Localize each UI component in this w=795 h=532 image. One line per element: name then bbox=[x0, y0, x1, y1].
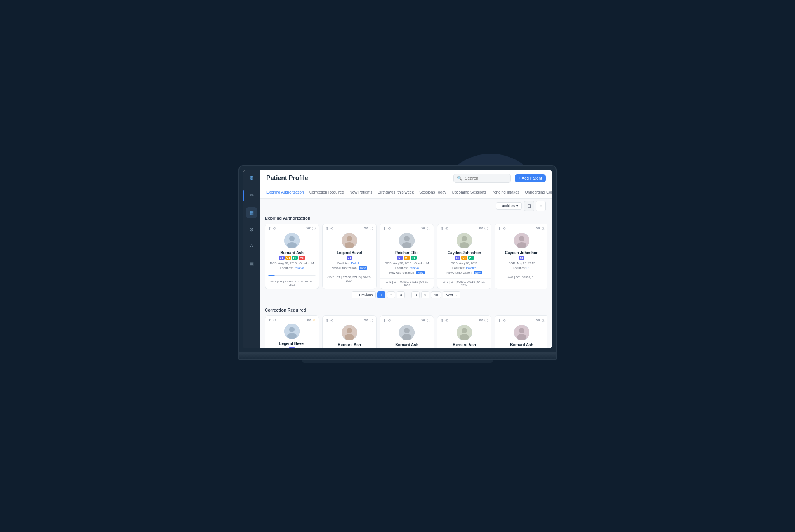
card-avatar bbox=[265, 322, 319, 341]
page-8-button[interactable]: 8 bbox=[411, 291, 420, 298]
info-icon[interactable]: ⓘ bbox=[484, 226, 488, 231]
tag-ot: OT bbox=[400, 348, 406, 348]
card-actions: ⬆ ⟲ ☎ ⓘ bbox=[437, 224, 491, 231]
page-3-button[interactable]: 3 bbox=[397, 291, 405, 298]
add-patient-button[interactable]: + Add Patient bbox=[515, 174, 546, 182]
svg-point-10 bbox=[462, 236, 467, 241]
share-icon[interactable]: ⬆ bbox=[268, 318, 271, 322]
phone-icon[interactable]: ☎ bbox=[307, 318, 311, 322]
page-2-button[interactable]: 2 bbox=[387, 291, 395, 298]
share-icon[interactable]: ⬆ bbox=[268, 227, 271, 230]
search-input[interactable] bbox=[465, 176, 507, 180]
tab-upcoming-sessions[interactable]: Upcoming Sessions bbox=[452, 187, 486, 198]
sidebar-icon-dollar[interactable]: $ bbox=[246, 224, 257, 235]
tag-row: ST OT PT MH bbox=[268, 256, 316, 260]
search-box[interactable]: 🔍 bbox=[453, 174, 511, 183]
link-icon[interactable]: ⟲ bbox=[273, 227, 276, 230]
card-body: Reicher Ellis ST OT PT DOB: Aug 28, 2019… bbox=[380, 250, 434, 278]
app-logo: ⊕ bbox=[249, 175, 254, 181]
share-icon[interactable]: ⬆ bbox=[326, 227, 329, 230]
card-avatar bbox=[437, 231, 491, 250]
phone-icon[interactable]: ☎ bbox=[536, 226, 540, 231]
share-icon[interactable]: ⬆ bbox=[383, 319, 386, 322]
card-info: DOB: Aug 28, 2019 Facilities: P... bbox=[498, 261, 545, 270]
link-icon[interactable]: ⟲ bbox=[388, 227, 391, 230]
link-icon[interactable]: ⟲ bbox=[330, 319, 333, 322]
phone-icon[interactable]: ☎ bbox=[364, 318, 368, 323]
prev-page-button[interactable]: ← Previous bbox=[352, 291, 376, 298]
card-info: Facilities: Palatka New Authorization Ne… bbox=[326, 261, 373, 270]
link-icon[interactable]: ⟲ bbox=[273, 318, 276, 322]
share-icon[interactable]: ⬆ bbox=[498, 319, 501, 322]
info-icon[interactable]: ⓘ bbox=[427, 226, 430, 231]
facilities-filter-button[interactable]: Facilities ▾ bbox=[496, 202, 522, 210]
grid-view-button[interactable]: ⊞ bbox=[524, 201, 534, 211]
tab-expiring-authorization[interactable]: Expiring Authorization bbox=[266, 187, 304, 198]
share-icon[interactable]: ⬆ bbox=[326, 319, 329, 322]
phone-icon[interactable]: ☎ bbox=[421, 226, 425, 231]
phone-icon[interactable]: ☎ bbox=[479, 318, 483, 323]
card-actions: ⬆ ⟲ ☎ ⓘ bbox=[323, 224, 376, 231]
laptop-frame: ⊕ ✏ ▦ $ ⚇ ▤ Patient Profile bbox=[238, 165, 557, 363]
info-icon[interactable]: ⓘ bbox=[427, 318, 430, 323]
phone-icon[interactable]: ☎ bbox=[479, 226, 483, 231]
svg-point-26 bbox=[460, 334, 469, 340]
svg-point-8 bbox=[402, 242, 411, 248]
tab-birthdays[interactable]: Birthday(s) this week bbox=[378, 187, 414, 198]
sidebar-icon-users[interactable]: ⚇ bbox=[246, 241, 257, 252]
share-icon[interactable]: ⬆ bbox=[383, 227, 386, 230]
correction-required-title: Correction Required bbox=[265, 305, 547, 315]
share-icon[interactable]: ⬆ bbox=[498, 227, 501, 230]
sidebar-icon-edit[interactable]: ✏ bbox=[246, 190, 257, 201]
tag-row: ST OT PT MH bbox=[326, 348, 373, 348]
tab-pending-intakes[interactable]: Pending Intakes bbox=[491, 187, 519, 198]
card-body: Bernard Ash ST OT PT MH DOB: Aug 28, 201… bbox=[323, 342, 376, 348]
phone-icon[interactable]: ☎ bbox=[536, 318, 540, 323]
patient-card: ⬆ ⟲ ☎ ⓘ bbox=[495, 224, 547, 289]
link-icon[interactable]: ⟲ bbox=[503, 227, 506, 230]
card-actions: ⬆ ⟲ ☎ ⓘ bbox=[323, 316, 376, 323]
sidebar-icon-chat[interactable]: ▤ bbox=[246, 258, 257, 269]
info-icon[interactable]: ⓘ bbox=[542, 318, 545, 323]
svg-point-16 bbox=[289, 327, 295, 332]
link-icon[interactable]: ⟲ bbox=[388, 319, 391, 322]
link-icon[interactable]: ⟲ bbox=[445, 319, 448, 322]
patient-card: ⬆ ⟲ ☎ ⓘ bbox=[322, 224, 377, 289]
phone-icon[interactable]: ☎ bbox=[306, 226, 311, 231]
sidebar-icon-calendar[interactable]: ▦ bbox=[246, 207, 257, 218]
tab-new-patients[interactable]: New Patients bbox=[349, 187, 372, 198]
tab-onboarding[interactable]: Onboarding Completed bbox=[525, 187, 552, 198]
info-icon[interactable]: ⓘ bbox=[370, 226, 373, 231]
info-icon[interactable]: ⓘ bbox=[484, 318, 488, 323]
info-icon[interactable]: ⓘ bbox=[312, 226, 316, 231]
card-actions: ⬆ ⟲ ☎ ⓘ bbox=[437, 316, 491, 323]
share-icon[interactable]: ⬆ bbox=[441, 227, 444, 230]
card-actions: ⬆ ⟲ ☎ ⚠ bbox=[265, 316, 319, 322]
tab-sessions-today[interactable]: Sessions Today bbox=[419, 187, 446, 198]
info-icon[interactable]: ⓘ bbox=[542, 226, 545, 231]
avatar bbox=[399, 325, 415, 340]
link-icon[interactable]: ⟲ bbox=[330, 227, 333, 230]
info-icon[interactable]: ⓘ bbox=[370, 318, 373, 323]
card-actions: ⬆ ⟲ ☎ ⓘ bbox=[265, 224, 319, 231]
patient-card: ⬆ ⟲ ☎ ⓘ bbox=[437, 224, 491, 289]
share-icon[interactable]: ⬆ bbox=[441, 319, 444, 322]
avatar bbox=[514, 325, 529, 340]
patient-name: Legend Bevel bbox=[326, 251, 373, 255]
tab-correction-required[interactable]: Correction Required bbox=[309, 187, 344, 198]
link-icon[interactable]: ⟲ bbox=[503, 319, 506, 322]
tag-ot: OT bbox=[343, 348, 349, 348]
next-page-button[interactable]: Next → bbox=[443, 291, 460, 298]
phone-icon[interactable]: ☎ bbox=[421, 318, 425, 323]
page-10-button[interactable]: 10 bbox=[431, 291, 441, 298]
svg-point-4 bbox=[347, 236, 352, 241]
chevron-down-icon: ▾ bbox=[516, 204, 518, 208]
page-9-button[interactable]: 9 bbox=[421, 291, 429, 298]
link-icon[interactable]: ⟲ bbox=[445, 227, 448, 230]
warning-icon[interactable]: ⚠ bbox=[312, 318, 316, 322]
phone-icon[interactable]: ☎ bbox=[364, 226, 368, 231]
card-avatar bbox=[495, 323, 547, 342]
page-1-button[interactable]: 1 bbox=[377, 291, 385, 298]
tag-ot: OT bbox=[404, 256, 410, 260]
list-view-button[interactable]: ≡ bbox=[536, 201, 546, 211]
